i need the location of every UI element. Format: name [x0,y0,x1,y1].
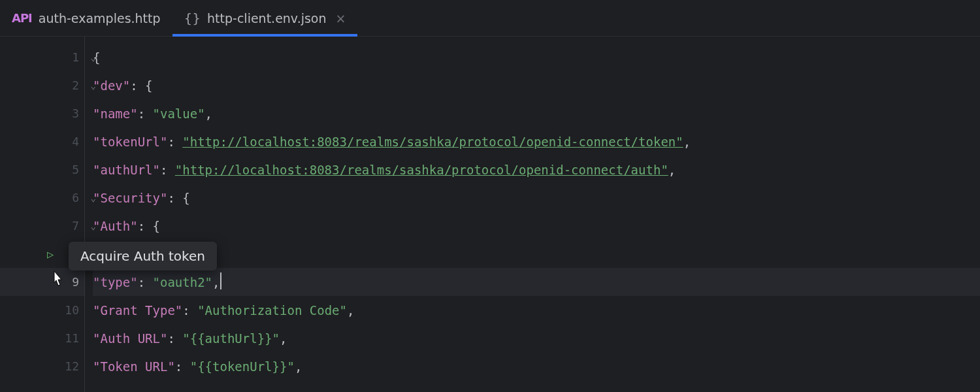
code-line[interactable]: { [93,43,980,71]
line-number[interactable]: 1⌄ [0,43,84,71]
code-line[interactable]: "Auth": { [93,212,980,240]
mouse-cursor-icon [49,270,66,294]
auth-url-link: "http://localhost:8083/realms/sashka/pro… [175,163,668,177]
code-line[interactable]: "Security": { [93,184,980,212]
code-line[interactable]: "Auth URL": "{{authUrl}}", [93,324,980,352]
line-number[interactable]: 12 [0,352,84,380]
code-line[interactable]: "dev": { [93,71,980,99]
line-number[interactable]: 9💡 [0,268,84,296]
line-number[interactable]: 10 [0,296,84,324]
run-icon[interactable]: ▷ [47,248,54,261]
line-number[interactable]: 11 [0,324,84,352]
code-line[interactable]: "name": "value", [93,99,980,127]
code-line[interactable]: "tokenUrl": "http://localhost:8083/realm… [93,127,980,155]
code-line[interactable]: "authUrl": "http://localhost:8083/realms… [93,155,980,184]
code-line[interactable]: "Token URL": "{{tokenUrl}}", [93,352,980,380]
json-file-icon: {} [184,10,201,26]
text-caret [220,272,221,289]
editor-tabs: API auth-examples.http {} http-client.en… [0,0,980,37]
code-line[interactable]: "Grant Type": "Authorization Code", [93,296,980,324]
tab-label: auth-examples.http [39,11,161,25]
token-url-link: "http://localhost:8083/realms/sashka/pro… [182,135,683,149]
line-number[interactable]: 2⌄ [0,71,84,99]
gutter-tooltip: Acquire Auth token [69,242,217,270]
tab-auth-examples[interactable]: API auth-examples.http [0,0,172,36]
line-number[interactable]: 6⌄ [0,184,84,212]
line-number[interactable]: 3 [0,99,84,127]
line-number[interactable]: 5 [0,155,84,184]
gutter: 1⌄ 2⌄ 3 4 5 6⌄ 7⌄ ▷8 9💡 10 11 12 [0,37,85,392]
api-file-icon: API [12,11,32,25]
code-line[interactable]: "type": "oauth2", [93,268,980,296]
code-editor: 1⌄ 2⌄ 3 4 5 6⌄ 7⌄ ▷8 9💡 10 11 12 { "dev"… [0,37,980,392]
tab-label: http-client.env.json [207,11,326,25]
close-icon[interactable]: × [333,11,346,25]
code-area[interactable]: { "dev": { "name": "value", "tokenUrl": … [85,37,980,392]
code-line[interactable]: cloak": { [93,240,980,268]
line-number[interactable]: 7⌄ [0,212,84,240]
line-number[interactable]: 4 [0,127,84,155]
tab-http-client-env[interactable]: {} http-client.env.json × [172,0,358,36]
